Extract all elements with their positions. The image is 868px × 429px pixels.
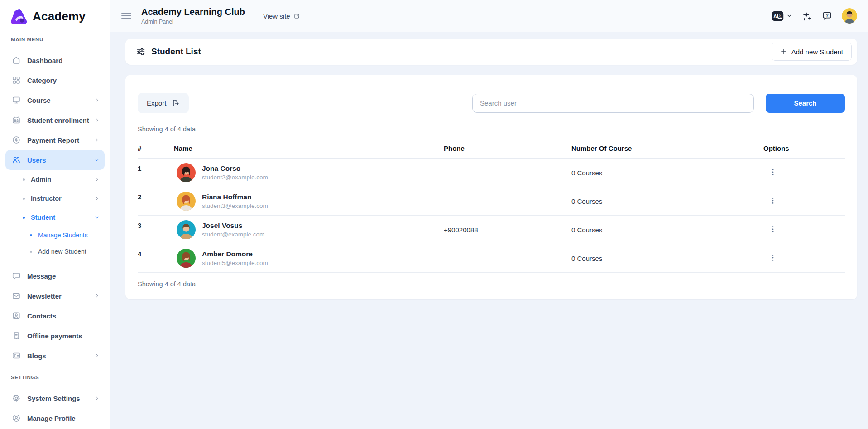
sidebar-item-users[interactable]: Users — [5, 150, 105, 170]
plus-icon — [780, 48, 787, 55]
search-input[interactable] — [472, 94, 754, 113]
table-body: 1 Jona Corsostudent2@example.com0 Course… — [138, 159, 845, 273]
sidebar-item-system-settings[interactable]: System Settings — [5, 388, 105, 408]
row-index: 3 — [138, 216, 174, 229]
row-options-button[interactable] — [764, 223, 782, 236]
column-header-options: Options — [763, 145, 847, 152]
bullet-icon — [30, 251, 32, 253]
payment-icon — [12, 135, 21, 145]
avatar — [177, 192, 196, 211]
chevron-right-icon — [94, 195, 100, 202]
avatar — [177, 163, 196, 182]
sidebar-item-newsletter[interactable]: Newsletter — [5, 286, 105, 306]
external-link-icon — [293, 13, 300, 19]
page-title: Student List — [151, 47, 201, 57]
brand-logo[interactable]: Academy — [0, 0, 110, 25]
column-header-phone: Phone — [444, 145, 571, 152]
chevron-right-icon — [94, 293, 100, 299]
sidebar-item-message[interactable]: Message — [5, 266, 105, 286]
sidebar: Academy MAIN MENUDashboardCategoryCourse… — [0, 0, 110, 429]
sidebar-item-label: Category — [27, 77, 57, 84]
student-name: Amber Domore — [202, 250, 268, 258]
sidebar-item-manage-students[interactable]: Manage Students — [5, 227, 105, 243]
svg-text:A: A — [773, 13, 777, 19]
student-courses: 0 Courses — [571, 226, 763, 234]
sparkles-icon[interactable] — [801, 10, 812, 22]
site-subtitle: Admin Panel — [141, 19, 245, 25]
topbar: Academy Learning Club Admin Panel View s… — [110, 0, 868, 32]
add-new-student-button[interactable]: Add new Student — [772, 43, 852, 61]
add-button-label: Add new Student — [791, 48, 843, 56]
student-email: student@example.com — [202, 231, 264, 238]
sidebar-item-admin[interactable]: Admin — [5, 170, 105, 189]
main-area: Academy Learning Club Admin Panel View s… — [110, 0, 868, 429]
student-name: Riana Hoffman — [202, 193, 268, 201]
sidebar-item-payment-report[interactable]: Payment Report — [5, 130, 105, 150]
row-options-button[interactable] — [764, 166, 782, 179]
message-icon — [12, 271, 21, 280]
row-options-button[interactable] — [764, 195, 782, 208]
chevron-right-icon — [94, 176, 100, 183]
student-list-card: Export Search Sho — [125, 75, 857, 299]
filter-sliders-icon — [136, 47, 145, 56]
search-group: Search — [472, 94, 845, 113]
chevron-down-icon — [94, 157, 100, 163]
app-window: Academy MAIN MENUDashboardCategoryCourse… — [0, 0, 868, 429]
blogs-icon — [12, 351, 21, 360]
table-row: 4 Amber Domorestudent5@example.com0 Cour… — [138, 244, 845, 273]
help-chat-icon[interactable]: ? — [821, 10, 833, 22]
student-courses: 0 Courses — [571, 198, 763, 205]
sidebar-item-instructor[interactable]: Instructor — [5, 189, 105, 208]
student-courses: 0 Courses — [571, 255, 763, 262]
sidebar-item-category[interactable]: Category — [5, 70, 105, 90]
sidebar-item-label: Blogs — [27, 352, 46, 360]
sidebar-item-label: Dashboard — [27, 57, 62, 64]
menu-toggle-icon[interactable] — [121, 13, 131, 19]
sidebar-item-contacts[interactable]: Contacts — [5, 306, 105, 326]
sidebar-item-label: Instructor — [31, 195, 62, 202]
sidebar-item-add-new-student[interactable]: Add new Student — [5, 243, 105, 260]
page-header-card: Student List Add new Student — [125, 39, 857, 65]
export-button[interactable]: Export — [138, 93, 189, 113]
user-avatar[interactable] — [842, 8, 857, 24]
sidebar-item-blogs[interactable]: Blogs — [5, 346, 105, 366]
students-table: #NamePhoneNumber Of CourseOptions 1 Jona… — [138, 138, 845, 273]
showing-count-bottom: Showing 4 of 4 data — [138, 280, 845, 288]
sidebar-item-label: Admin — [31, 176, 51, 183]
showing-count-top: Showing 4 of 4 data — [138, 125, 845, 133]
chevron-right-icon — [94, 97, 100, 103]
student-name-cell: Josel Vosusstudent@example.com — [174, 220, 444, 239]
view-site-label: View site — [263, 12, 290, 20]
search-button[interactable]: Search — [766, 94, 845, 113]
chevron-right-icon — [94, 137, 100, 143]
sidebar-item-manage-profile[interactable]: Manage Profile — [5, 408, 105, 428]
view-site-link[interactable]: View site — [263, 12, 300, 20]
site-title: Academy Learning Club — [141, 7, 245, 17]
avatar — [177, 249, 196, 268]
sidebar-item-course[interactable]: Course — [5, 90, 105, 110]
svg-text:?: ? — [826, 13, 829, 18]
bullet-icon — [30, 234, 32, 236]
sidebar-item-dashboard[interactable]: Dashboard — [5, 50, 105, 70]
student-courses: 0 Courses — [571, 169, 763, 177]
student-email: student5@example.com — [202, 260, 268, 266]
chevron-down-icon — [94, 214, 100, 221]
bullet-icon — [23, 217, 25, 219]
sidebar-item-student[interactable]: Student — [5, 208, 105, 227]
export-icon — [171, 99, 180, 107]
column-header-number-of-course: Number Of Course — [571, 145, 763, 152]
row-options-button[interactable] — [764, 252, 782, 265]
chevron-right-icon — [94, 117, 100, 123]
sidebar-item-student-enrollment[interactable]: Student enrollment — [5, 110, 105, 130]
student-email: student3@example.com — [202, 202, 268, 209]
column-header-: # — [138, 145, 174, 152]
language-switcher[interactable]: A 文 — [772, 11, 792, 21]
sidebar-item-label: Contacts — [27, 312, 56, 320]
sidebar-item-offline-payments[interactable]: Offline payments — [5, 326, 105, 346]
student-name-cell: Amber Domorestudent5@example.com — [174, 249, 444, 268]
content-area: Student List Add new Student Export — [110, 32, 868, 429]
language-icon: A 文 — [772, 11, 784, 21]
row-index: 1 — [138, 159, 174, 172]
avatar — [177, 220, 196, 239]
student-email: student2@example.com — [202, 174, 268, 181]
